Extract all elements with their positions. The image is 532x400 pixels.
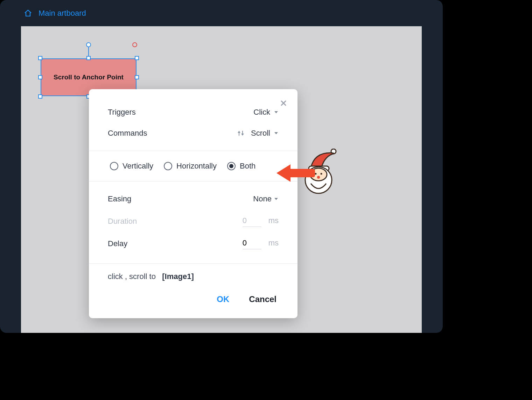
svg-point-4 xyxy=(315,173,317,175)
radio-label: Horizontally xyxy=(176,162,217,171)
svg-rect-10 xyxy=(242,131,243,134)
easing-row[interactable]: Easing None xyxy=(108,188,279,210)
delay-row: Delay ms xyxy=(108,233,279,255)
radio-icon xyxy=(110,162,118,170)
breadcrumb-bar: Main artboard xyxy=(0,0,443,26)
radio-icon xyxy=(164,162,172,170)
rotation-stem xyxy=(88,47,89,56)
chevron-down-icon xyxy=(274,194,279,203)
commands-value: Scroll xyxy=(251,129,270,138)
easing-value: None xyxy=(253,194,272,203)
scroll-icon xyxy=(236,129,245,137)
image1-santa[interactable] xyxy=(300,149,342,202)
dialog-close-button[interactable] xyxy=(279,99,288,107)
cancel-button[interactable]: Cancel xyxy=(249,294,276,304)
resize-handle-bl[interactable] xyxy=(38,94,42,99)
delay-label: Delay xyxy=(108,239,127,248)
ok-button[interactable]: OK xyxy=(217,294,229,304)
resize-handle-tl[interactable] xyxy=(38,56,42,60)
anchor-indicator xyxy=(132,42,137,47)
delay-input[interactable] xyxy=(243,238,261,249)
resize-handle-tr[interactable] xyxy=(135,56,139,60)
duration-row: Duration ms xyxy=(108,210,279,233)
duration-input xyxy=(243,216,261,227)
easing-label: Easing xyxy=(108,194,131,203)
radio-horizontally[interactable]: Horizontally xyxy=(164,162,217,171)
resize-handle-ml[interactable] xyxy=(38,75,42,79)
home-icon[interactable] xyxy=(24,9,32,17)
radio-icon xyxy=(227,162,236,170)
chevron-down-icon xyxy=(274,129,279,138)
summary-prefix: click , scroll to xyxy=(108,272,156,281)
svg-point-6 xyxy=(317,176,320,179)
resize-handle-mr[interactable] xyxy=(135,75,139,79)
svg-point-3 xyxy=(310,168,327,181)
triggers-label: Triggers xyxy=(108,108,136,117)
chevron-down-icon xyxy=(274,108,279,117)
duration-label: Duration xyxy=(108,217,137,226)
rotation-handle[interactable] xyxy=(86,42,91,47)
duration-unit: ms xyxy=(268,216,279,225)
summary-text: click , scroll to [Image1] xyxy=(89,264,298,285)
radio-label: Both xyxy=(240,162,255,171)
commands-row[interactable]: Commands Scroll xyxy=(108,123,279,144)
radio-both[interactable]: Both xyxy=(227,162,255,171)
selected-element-label: Scroll to Anchor Point xyxy=(54,73,124,81)
delay-unit: ms xyxy=(268,238,279,248)
breadcrumb-label[interactable]: Main artboard xyxy=(38,9,86,18)
resize-handle-tm[interactable] xyxy=(86,56,91,60)
direction-radio-group: Vertically Horizontally Both xyxy=(89,151,298,181)
svg-rect-9 xyxy=(239,133,239,136)
radio-vertically[interactable]: Vertically xyxy=(110,162,153,171)
svg-point-5 xyxy=(321,173,322,175)
interaction-dialog: Triggers Click Commands xyxy=(89,89,298,318)
triggers-value: Click xyxy=(253,108,270,117)
canvas[interactable]: Scroll to Anchor Point xyxy=(21,26,422,333)
triggers-row[interactable]: Triggers Click xyxy=(108,102,279,123)
summary-target: [Image1] xyxy=(162,272,194,281)
commands-label: Commands xyxy=(108,129,147,138)
radio-label: Vertically xyxy=(122,162,153,171)
